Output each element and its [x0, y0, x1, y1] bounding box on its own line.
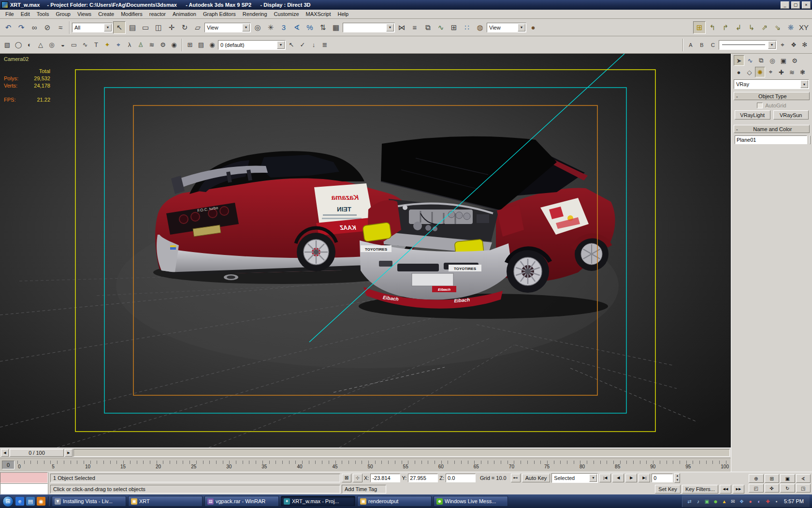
- create-new-layer-icon[interactable]: ⊞: [185, 40, 195, 50]
- viewport-canvas[interactable]: F.O.C. turbo Kazama: [0, 54, 731, 448]
- bind-to-space-warp-icon[interactable]: ≈: [54, 21, 67, 34]
- menu-item[interactable]: Modifiers: [117, 10, 146, 18]
- reactor-toolbar-icon-7[interactable]: ❋: [784, 21, 797, 34]
- axis-tripod-icon[interactable]: ⌖: [777, 40, 788, 50]
- zoom-all-icon[interactable]: ⊞: [765, 474, 780, 483]
- shortcut-set-button[interactable]: B: [696, 40, 707, 50]
- menu-item[interactable]: Views: [74, 10, 95, 18]
- time-slider-track[interactable]: [73, 449, 730, 457]
- select-by-name-icon[interactable]: ▤: [126, 21, 139, 34]
- field-of-view-icon[interactable]: ∢: [796, 474, 811, 483]
- task-messenger[interactable]: ☻ Windows Live Mess...: [434, 496, 508, 507]
- layer-list-icon[interactable]: ▤: [196, 40, 206, 50]
- object-type-button[interactable]: VRaySun: [773, 110, 809, 120]
- viewport-camera02[interactable]: F.O.C. turbo Kazama: [0, 54, 731, 448]
- menu-item[interactable]: File: [2, 10, 17, 18]
- layer-manager-icon[interactable]: ⧉: [421, 21, 434, 34]
- y-coordinate-field[interactable]: [408, 474, 438, 482]
- key-step-back-button[interactable]: ◀◀: [720, 485, 731, 493]
- get-layer-from-selection-icon[interactable]: ↓: [308, 40, 319, 50]
- extras-bone-icon[interactable]: λ: [124, 40, 135, 50]
- task-renderoutput[interactable]: ▣ renderoutput: [357, 496, 432, 507]
- render-scene-icon[interactable]: ◍: [474, 21, 486, 34]
- key-mode-dropdown[interactable]: Selected ▼: [551, 473, 598, 483]
- tray-media-icon[interactable]: ◐: [755, 498, 763, 505]
- rollout-name-color[interactable]: - Name and Color: [734, 125, 810, 133]
- category-systems-icon[interactable]: ❃: [798, 67, 808, 77]
- arc-rotate-icon[interactable]: ↻: [780, 484, 795, 493]
- time-slider-next-button[interactable]: ▶: [65, 449, 72, 457]
- shortcut-set-button[interactable]: C: [708, 40, 718, 50]
- extras-biped-icon[interactable]: ♙: [135, 40, 146, 50]
- category-space-warps-icon[interactable]: ≋: [787, 67, 797, 77]
- quick-launch-show-desktop[interactable]: ▤: [26, 497, 35, 506]
- spinner-down-icon[interactable]: ▼: [675, 478, 680, 482]
- set-key-button[interactable]: Set Key: [655, 485, 681, 493]
- select-and-link-icon[interactable]: ∞: [28, 21, 41, 34]
- align-icon[interactable]: ≡: [408, 21, 421, 34]
- chevron-down-icon[interactable]: ▼: [518, 24, 525, 31]
- tray-graphics-icon[interactable]: ❖: [738, 498, 745, 505]
- task-installing-vista[interactable]: ▼ Installing Vista - Liv...: [52, 496, 126, 507]
- select-objects-in-layer-icon[interactable]: ↖: [286, 40, 297, 50]
- category-geometry-icon[interactable]: ●: [734, 67, 744, 77]
- tab-hierarchy[interactable]: ⧉: [756, 55, 767, 66]
- menu-item[interactable]: Create: [95, 10, 117, 18]
- extras-teapot-icon[interactable]: ◒: [58, 40, 68, 50]
- category-helpers-icon[interactable]: ✚: [776, 67, 786, 77]
- preset-dropdown[interactable]: ▼: [719, 40, 777, 50]
- object-name-field[interactable]: [735, 135, 807, 144]
- select-and-manipulate-icon[interactable]: ✳: [264, 21, 277, 34]
- absolute-offset-icon[interactable]: ⊹: [353, 474, 362, 482]
- taskbar-clock[interactable]: 5:57 PM: [782, 498, 806, 504]
- tray-network-icon[interactable]: ⇄: [686, 498, 693, 505]
- reactor-toolbar-icon-4[interactable]: ↳: [745, 21, 758, 34]
- extras-display-icon[interactable]: ◉: [169, 40, 179, 50]
- tab-motion[interactable]: ◎: [767, 55, 778, 66]
- minimize-button[interactable]: _: [781, 1, 789, 9]
- selection-filter-dropdown[interactable]: All ▼: [72, 23, 113, 32]
- selection-lock-icon[interactable]: ⊠: [342, 474, 351, 482]
- menu-item[interactable]: Customize: [271, 10, 303, 18]
- menu-item[interactable]: MAXScript: [303, 10, 334, 18]
- snaps-grid-icon[interactable]: ⊞: [693, 21, 706, 34]
- select-and-uniform-scale-icon[interactable]: ▱: [191, 21, 204, 34]
- autogrid-checkbox[interactable]: [757, 103, 763, 108]
- next-frame-button[interactable]: ▶|: [638, 474, 650, 482]
- chevron-down-icon[interactable]: ▼: [242, 24, 250, 31]
- window-crossing-toggle-icon[interactable]: ◫: [152, 21, 165, 34]
- schematic-view-icon[interactable]: ⊞: [448, 21, 460, 34]
- use-pivot-point-center-icon[interactable]: ◎: [251, 21, 264, 34]
- extras-box-icon[interactable]: ▧: [2, 40, 13, 50]
- tray-volume-icon[interactable]: ♪: [695, 498, 702, 505]
- task-3dsmax[interactable]: ✦ XRT_w.max - Proj...: [281, 496, 355, 507]
- extras-torus-icon[interactable]: ◎: [46, 40, 57, 50]
- extras-geosphere-icon[interactable]: ◐: [24, 40, 35, 50]
- auto-key-button[interactable]: Auto Key: [522, 474, 551, 482]
- rollout-object-type[interactable]: - Object Type: [734, 92, 810, 100]
- select-and-move-icon[interactable]: ✛: [165, 21, 178, 34]
- chevron-down-icon[interactable]: ▼: [800, 80, 808, 88]
- menu-item[interactable]: Help: [334, 10, 352, 18]
- pan-icon[interactable]: ✜: [765, 484, 780, 493]
- curve-editor-icon[interactable]: ∿: [435, 21, 447, 34]
- select-and-rotate-icon[interactable]: ↻: [178, 21, 191, 34]
- material-editor-icon[interactable]: ∷: [461, 21, 473, 34]
- quick-launch-player[interactable]: ◉: [37, 497, 45, 506]
- mirror-icon[interactable]: ⋈: [395, 21, 408, 34]
- chevron-down-icon[interactable]: ▼: [768, 41, 776, 49]
- particle-view-icon[interactable]: ✻: [799, 40, 810, 50]
- time-slider-prev-button[interactable]: ◀: [1, 449, 9, 457]
- track-bar-ruler[interactable]: 0510152025303540455055606570758085909510…: [17, 461, 729, 469]
- layer-dropdown[interactable]: 0 (default) ▼: [218, 40, 286, 50]
- object-color-swatch[interactable]: [810, 135, 811, 144]
- shortcut-set-button[interactable]: A: [685, 40, 696, 50]
- hide-layer-icon[interactable]: ◉: [207, 40, 218, 50]
- menu-item[interactable]: Tools: [33, 10, 53, 18]
- min-max-toggle-icon[interactable]: ◳: [796, 484, 811, 493]
- start-button[interactable]: ⊞: [2, 496, 14, 507]
- tray-update-icon[interactable]: ▲: [721, 498, 728, 505]
- mini-listener-macro-field[interactable]: [0, 472, 48, 483]
- extras-plane-icon[interactable]: ▭: [69, 40, 79, 50]
- chevron-down-icon[interactable]: ▼: [589, 474, 597, 482]
